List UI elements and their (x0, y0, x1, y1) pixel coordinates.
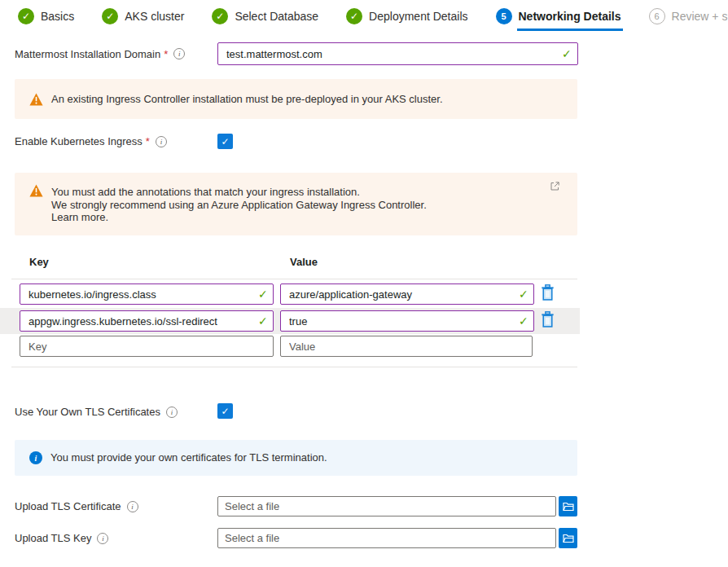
step-complete-icon: ✓ (102, 8, 118, 24)
required-asterisk: * (164, 48, 168, 60)
checkbox-check-icon: ✓ (221, 406, 229, 417)
info-icon[interactable]: i (156, 136, 167, 147)
browse-file-button[interactable] (559, 528, 577, 548)
step-number-icon: 5 (496, 8, 512, 24)
info-icon[interactable]: i (97, 533, 108, 544)
enable-ingress-checkbox[interactable]: ✓ (217, 134, 233, 149)
annotation-key-input-empty[interactable] (20, 336, 274, 357)
grid-divider (11, 279, 577, 279)
upload-cert-input[interactable] (217, 496, 556, 516)
annotation-key-input[interactable] (20, 284, 274, 305)
warning-line-1: You must add the annotations that match … (51, 186, 427, 199)
upload-cert-label: Upload TLS Certificate i (15, 496, 138, 516)
browse-file-button[interactable] (559, 496, 577, 516)
warning-text: An existing Ingress Controller installat… (51, 93, 443, 106)
tab-basics[interactable]: ✓ Basics (18, 8, 74, 24)
checkbox-check-icon: ✓ (221, 136, 229, 147)
tab-label: Networking Details (519, 10, 621, 23)
domain-label: Mattermost Installation Domain * i (15, 42, 185, 65)
tls-label: Use Your Own TLS Certificates i (15, 404, 178, 420)
upload-key-label: Upload TLS Key i (15, 528, 108, 548)
tab-networking-details[interactable]: 5 Networking Details (496, 8, 621, 24)
tab-label: AKS cluster (125, 10, 184, 23)
upload-cert-label-text: Upload TLS Certificate (15, 500, 121, 512)
tab-label: Review + submit (672, 10, 728, 23)
enable-ingress-label: Enable Kubernetes Ingress * i (15, 134, 167, 149)
step-number-icon: 6 (649, 8, 665, 24)
upload-key-label-text: Upload TLS Key (15, 532, 91, 544)
wizard-steps: ✓ Basics ✓ AKS cluster ✓ Select Database… (18, 8, 728, 24)
enable-ingress-label-text: Enable Kubernetes Ingress (15, 135, 143, 147)
tab-review-submit[interactable]: 6 Review + submit (649, 8, 728, 24)
annotation-key-input[interactable] (20, 310, 274, 332)
tab-deployment-details[interactable]: ✓ Deployment Details (346, 8, 467, 24)
info-banner-tls: i You must provide your own certificates… (15, 440, 577, 476)
info-icon[interactable]: i (127, 501, 138, 512)
info-filled-icon: i (29, 451, 42, 464)
upload-key-input[interactable] (217, 528, 556, 548)
info-icon[interactable]: i (166, 407, 178, 418)
tab-select-database[interactable]: ✓ Select Database (212, 8, 318, 24)
annotation-value-input[interactable] (280, 284, 534, 305)
warning-banner-annotations: You must add the annotations that match … (15, 173, 577, 235)
warning-line-2: We strongly recommend using an Azure App… (51, 199, 427, 212)
learn-more-link[interactable]: Learn more. (51, 211, 427, 224)
annotation-value-input-empty[interactable] (280, 336, 533, 357)
info-text: You must provide your own certificates f… (50, 451, 327, 464)
warning-icon (29, 184, 43, 197)
grid-divider (11, 367, 577, 367)
tab-label: Deployment Details (369, 10, 467, 23)
step-complete-icon: ✓ (212, 8, 228, 24)
popout-icon[interactable] (550, 181, 559, 193)
step-complete-icon: ✓ (346, 8, 362, 24)
tls-label-text: Use Your Own TLS Certificates (15, 406, 160, 418)
tab-label: Select Database (235, 10, 318, 23)
required-asterisk: * (146, 135, 150, 147)
warning-banner-ingress-controller: An existing Ingress Controller installat… (15, 79, 577, 119)
domain-label-text: Mattermost Installation Domain (15, 48, 160, 60)
tls-checkbox[interactable]: ✓ (217, 403, 233, 419)
networking-details-page: ✓ Basics ✓ AKS cluster ✓ Select Database… (0, 0, 728, 567)
delete-row-button[interactable] (539, 311, 555, 329)
annotation-value-input[interactable] (280, 310, 534, 332)
info-icon[interactable]: i (173, 48, 185, 59)
domain-input[interactable] (217, 42, 578, 65)
value-column-header: Value (290, 256, 318, 268)
tab-label: Basics (41, 10, 74, 23)
delete-row-button[interactable] (539, 284, 555, 302)
tab-aks-cluster[interactable]: ✓ AKS cluster (102, 8, 184, 24)
warning-icon (29, 93, 43, 106)
step-complete-icon: ✓ (18, 8, 34, 24)
key-column-header: Key (29, 256, 49, 268)
